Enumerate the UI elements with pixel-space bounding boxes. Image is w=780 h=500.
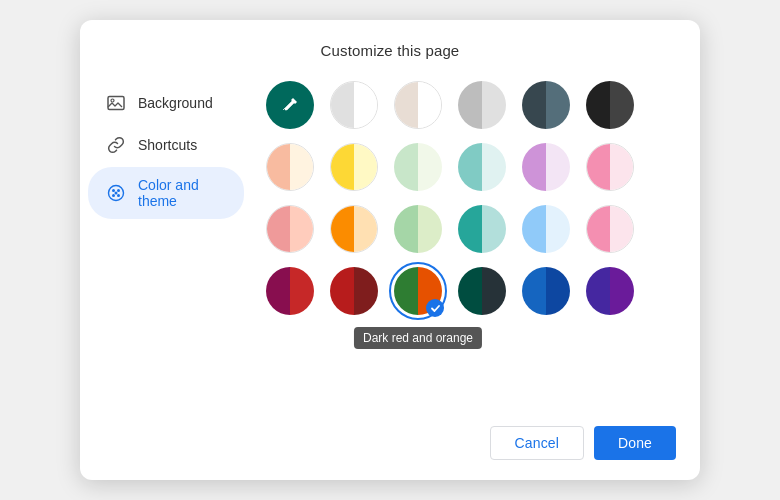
color-circle	[266, 81, 314, 129]
color-option-teal-mid[interactable]	[454, 201, 510, 257]
sidebar-item-color-label: Color and theme	[138, 177, 228, 209]
color-circle	[394, 143, 442, 191]
color-option-dark-teal[interactable]	[454, 263, 510, 319]
cancel-button[interactable]: Cancel	[490, 426, 584, 460]
done-button[interactable]: Done	[594, 426, 676, 460]
color-option-dark-green-orange[interactable]: Dark red and orange	[390, 263, 446, 319]
color-option-peach-mid[interactable]	[262, 201, 318, 257]
color-option-black[interactable]	[582, 77, 638, 133]
color-circle	[458, 81, 506, 129]
color-circle	[458, 267, 506, 315]
svg-point-4	[117, 189, 120, 192]
color-circle	[522, 267, 570, 315]
color-circle	[266, 143, 314, 191]
palette-icon	[106, 183, 126, 203]
color-option-sage-mid[interactable]	[390, 201, 446, 257]
main-content: Dark red and orange	[252, 73, 700, 410]
svg-point-5	[112, 194, 115, 197]
color-circle	[330, 143, 378, 191]
color-option-peach-light[interactable]	[262, 139, 318, 195]
color-circle	[394, 81, 442, 129]
color-option-dark-red[interactable]	[326, 263, 382, 319]
color-grid: Dark red and orange	[262, 77, 680, 319]
image-icon	[106, 93, 126, 113]
color-circle	[586, 267, 634, 315]
color-option-custom[interactable]	[262, 77, 318, 133]
color-circle	[522, 205, 570, 253]
color-circle	[330, 267, 378, 315]
customize-dialog: Customize this page Background	[80, 20, 700, 480]
color-circle	[586, 81, 634, 129]
color-option-gray-light[interactable]	[454, 77, 510, 133]
sidebar: Background Shortcuts	[80, 73, 252, 410]
color-option-orange-mid[interactable]	[326, 201, 382, 257]
dialog-body: Background Shortcuts	[80, 73, 700, 410]
sidebar-item-shortcuts[interactable]: Shortcuts	[88, 125, 244, 165]
svg-rect-0	[108, 97, 124, 110]
sidebar-item-color-and-theme[interactable]: Color and theme	[88, 167, 244, 219]
dialog-footer: Cancel Done	[80, 410, 700, 460]
color-option-purple[interactable]	[582, 263, 638, 319]
color-option-rose-mid[interactable]	[582, 201, 638, 257]
color-circle	[330, 81, 378, 129]
color-tooltip: Dark red and orange	[354, 327, 482, 349]
color-circle	[586, 205, 634, 253]
sidebar-item-shortcuts-label: Shortcuts	[138, 137, 197, 153]
color-option-warm-white[interactable]	[390, 77, 446, 133]
color-circle	[266, 267, 314, 315]
color-circle	[330, 205, 378, 253]
dialog-title: Customize this page	[80, 20, 700, 73]
color-option-navy[interactable]	[518, 263, 574, 319]
svg-point-1	[111, 99, 114, 102]
color-option-teal-light[interactable]	[454, 139, 510, 195]
color-circle	[586, 143, 634, 191]
svg-point-6	[117, 194, 120, 197]
color-option-yellow-light[interactable]	[326, 139, 382, 195]
color-circle	[458, 143, 506, 191]
link-icon	[106, 135, 126, 155]
color-option-blue-mid[interactable]	[518, 201, 574, 257]
color-circle	[266, 205, 314, 253]
color-option-green-light[interactable]	[390, 139, 446, 195]
svg-point-3	[112, 189, 115, 192]
color-option-white-half[interactable]	[326, 77, 382, 133]
color-circle	[458, 205, 506, 253]
sidebar-item-background[interactable]: Background	[88, 83, 244, 123]
color-circle	[522, 143, 570, 191]
selected-check-icon	[426, 299, 444, 317]
color-option-dark-gray[interactable]	[518, 77, 574, 133]
color-circle	[394, 205, 442, 253]
color-circle	[522, 81, 570, 129]
sidebar-item-background-label: Background	[138, 95, 213, 111]
color-option-pink-light[interactable]	[582, 139, 638, 195]
svg-point-7	[115, 192, 118, 195]
color-option-lavender-light[interactable]	[518, 139, 574, 195]
color-option-crimson[interactable]	[262, 263, 318, 319]
